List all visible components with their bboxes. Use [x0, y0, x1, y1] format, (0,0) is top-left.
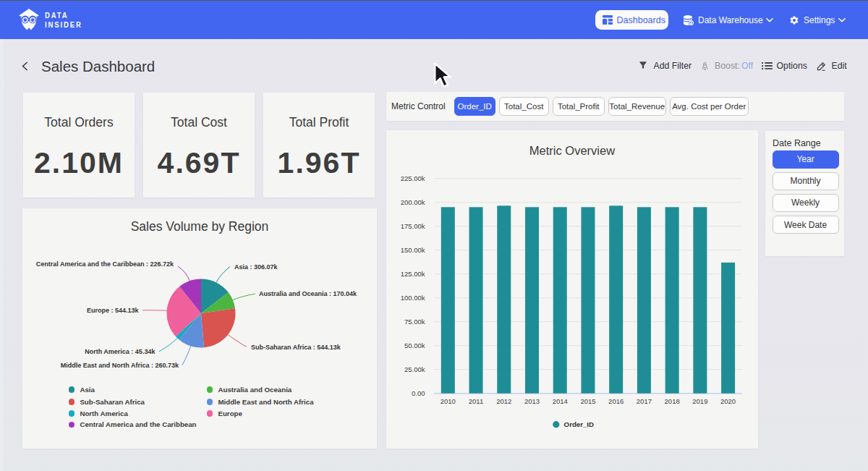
svg-text:2013: 2013 [524, 397, 540, 405]
svg-text:225.00k: 225.00k [401, 174, 425, 182]
svg-text:2012: 2012 [496, 397, 511, 405]
svg-text:2016: 2016 [608, 397, 624, 405]
svg-text:175.00k: 175.00k [401, 222, 425, 230]
svg-text:75.00k: 75.00k [404, 318, 425, 326]
svg-text:0.00: 0.00 [412, 389, 425, 397]
svg-text:200.00k: 200.00k [401, 198, 425, 206]
svg-text:50.00k: 50.00k [404, 341, 425, 349]
svg-text:2014: 2014 [553, 397, 568, 405]
svg-text:150.00k: 150.00k [401, 246, 425, 254]
svg-text:125.00k: 125.00k [401, 270, 425, 278]
svg-text:2018: 2018 [665, 397, 680, 405]
svg-text:2010: 2010 [441, 397, 456, 405]
svg-text:2017: 2017 [637, 397, 652, 405]
svg-text:2020: 2020 [720, 397, 736, 405]
svg-text:2015: 2015 [580, 397, 595, 405]
svg-text:25.00k: 25.00k [404, 365, 425, 373]
svg-text:100.00k: 100.00k [401, 294, 425, 302]
svg-text:Order_ID: Order_ID [564, 420, 594, 428]
svg-text:2019: 2019 [692, 397, 707, 405]
svg-text:2011: 2011 [469, 397, 483, 405]
